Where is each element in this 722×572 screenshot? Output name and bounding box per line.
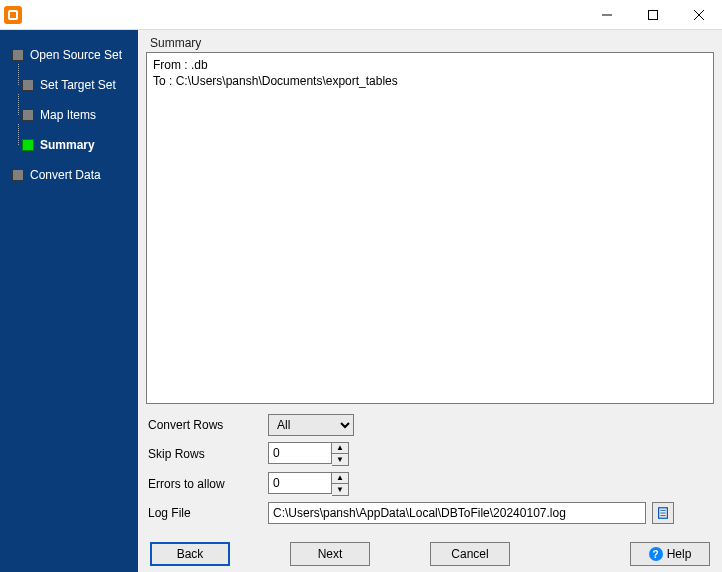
skip-rows-label: Skip Rows bbox=[146, 447, 268, 461]
svg-rect-1 bbox=[649, 10, 658, 19]
skip-rows-input[interactable] bbox=[268, 442, 332, 464]
minimize-button[interactable] bbox=[584, 0, 630, 30]
main-panel: Summary From : .db To : C:\Users\pansh\D… bbox=[138, 30, 722, 572]
log-file-browse-button[interactable] bbox=[652, 502, 674, 524]
title-bar bbox=[0, 0, 722, 30]
sidebar-item-open-source-set[interactable]: Open Source Set bbox=[0, 40, 138, 70]
errors-to-allow-stepper[interactable]: ▲ ▼ bbox=[268, 472, 349, 496]
summary-textarea[interactable]: From : .db To : C:\Users\pansh\Documents… bbox=[146, 52, 714, 404]
help-icon: ? bbox=[649, 547, 663, 561]
errors-to-allow-input[interactable] bbox=[268, 472, 332, 494]
wizard-sidebar: Open Source Set Set Target Set Map Items… bbox=[0, 30, 138, 572]
step-box-icon bbox=[12, 49, 24, 61]
errors-to-allow-label: Errors to allow bbox=[146, 477, 268, 491]
step-box-icon bbox=[22, 79, 34, 91]
sidebar-item-set-target-set[interactable]: Set Target Set bbox=[0, 70, 138, 100]
next-button[interactable]: Next bbox=[290, 542, 370, 566]
sidebar-item-label: Map Items bbox=[40, 108, 96, 122]
step-box-icon bbox=[22, 109, 34, 121]
step-box-icon bbox=[22, 139, 34, 151]
log-file-input[interactable] bbox=[268, 502, 646, 524]
log-file-label: Log File bbox=[146, 506, 268, 520]
sidebar-item-label: Summary bbox=[40, 138, 95, 152]
convert-rows-label: Convert Rows bbox=[146, 418, 268, 432]
sidebar-item-map-items[interactable]: Map Items bbox=[0, 100, 138, 130]
maximize-button[interactable] bbox=[630, 0, 676, 30]
errors-down[interactable]: ▼ bbox=[332, 484, 348, 495]
file-icon bbox=[656, 506, 670, 520]
summary-heading: Summary bbox=[146, 36, 714, 52]
sidebar-item-convert-data[interactable]: Convert Data bbox=[0, 160, 138, 190]
convert-rows-select[interactable]: All bbox=[268, 414, 354, 436]
close-button[interactable] bbox=[676, 0, 722, 30]
back-button[interactable]: Back bbox=[150, 542, 230, 566]
errors-up[interactable]: ▲ bbox=[332, 473, 348, 484]
step-box-icon bbox=[12, 169, 24, 181]
sidebar-item-label: Open Source Set bbox=[30, 48, 122, 62]
help-button[interactable]: ? Help bbox=[630, 542, 710, 566]
button-bar: Back Next Cancel ? Help bbox=[146, 542, 714, 566]
skip-rows-up[interactable]: ▲ bbox=[332, 443, 348, 454]
sidebar-item-label: Convert Data bbox=[30, 168, 101, 182]
app-icon bbox=[4, 6, 22, 24]
skip-rows-stepper[interactable]: ▲ ▼ bbox=[268, 442, 349, 466]
sidebar-item-summary[interactable]: Summary bbox=[0, 130, 138, 160]
cancel-button[interactable]: Cancel bbox=[430, 542, 510, 566]
sidebar-item-label: Set Target Set bbox=[40, 78, 116, 92]
options-form: Convert Rows All Skip Rows ▲ ▼ bbox=[146, 414, 714, 530]
skip-rows-down[interactable]: ▼ bbox=[332, 454, 348, 465]
